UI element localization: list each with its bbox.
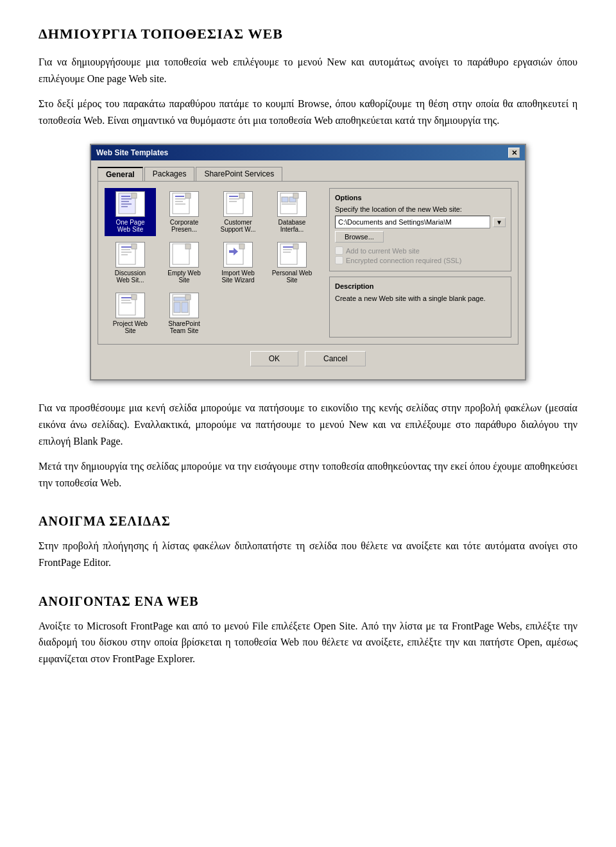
- browse-row: Browse...: [335, 231, 506, 243]
- svg-rect-9: [175, 198, 185, 200]
- tab-packages[interactable]: Packages: [144, 167, 195, 181]
- template-label-customer-support: CustomerSupport W...: [220, 219, 255, 233]
- browse-button[interactable]: Browse...: [335, 231, 384, 243]
- svg-rect-35: [283, 246, 293, 248]
- options-sublabel: Specify the location of the new Web site…: [335, 205, 506, 213]
- template-corporate[interactable]: CorporatePresen...: [158, 188, 210, 236]
- description-text: Create a new Web site with a single blan…: [335, 294, 506, 304]
- template-discussion[interactable]: DiscussionWeb Sit...: [105, 239, 156, 287]
- empty-svg: [170, 243, 198, 267]
- template-icon-empty: [169, 242, 199, 268]
- template-label-discussion: DiscussionWeb Sit...: [115, 270, 146, 284]
- template-import[interactable]: Import WebSite Wizard: [212, 239, 264, 287]
- add-to-site-row: Add to current Web site: [335, 246, 506, 255]
- svg-rect-19: [282, 197, 288, 202]
- template-personal[interactable]: Personal WebSite: [266, 239, 318, 287]
- svg-rect-33: [239, 244, 244, 249]
- svg-rect-40: [121, 297, 132, 298]
- template-icon-database: [277, 191, 307, 217]
- add-to-site-label: Add to current Web site: [346, 247, 420, 255]
- body-para4: Μετά την δημιουργία της σελίδας μπορούμε…: [38, 458, 578, 491]
- svg-rect-27: [121, 254, 128, 255]
- svg-rect-12: [185, 193, 191, 198]
- template-label-one-page: One PageWeb Site: [116, 219, 144, 233]
- description-label: Description: [335, 282, 506, 290]
- svg-rect-16: [229, 201, 237, 202]
- body-para5: Στην προβολή πλοήγησης ή λίστας φακέλων …: [38, 538, 578, 570]
- template-empty[interactable]: Empty WebSite: [158, 239, 210, 287]
- location-row: ▼: [335, 216, 506, 228]
- template-label-database: DatabaseInterfa...: [278, 219, 306, 233]
- template-label-personal: Personal WebSite: [272, 270, 312, 284]
- template-project[interactable]: Project WebSite: [105, 289, 156, 338]
- intro-para1: Για να δημιουργήσουμε μια τοποθεσία web …: [38, 54, 578, 87]
- svg-rect-43: [132, 295, 137, 300]
- template-label-corporate: CorporatePresen...: [170, 219, 198, 233]
- options-label: Options: [335, 194, 506, 201]
- template-label-empty: Empty WebSite: [167, 270, 201, 284]
- template-icon-sharepoint: [169, 293, 199, 318]
- template-label-sharepoint: SharePointTeam Site: [168, 320, 200, 334]
- options-panel: Options Specify the location of the new …: [329, 188, 511, 338]
- svg-rect-22: [293, 193, 298, 198]
- template-icon-project: [116, 293, 145, 318]
- corporate-svg: [170, 192, 198, 216]
- section-title-open-web: ΑΝΟΙΓΟΝΤΑΣ ΕΝΑ WEB: [38, 594, 578, 609]
- section-title-open-page: ΑΝΟΙΓΜΑ ΣΕΛΙΔΑΣ: [38, 514, 578, 529]
- dialog-titlebar: Web Site Templates ✕: [91, 145, 525, 160]
- template-label-project: Project WebSite: [113, 320, 148, 334]
- dialog-close-button[interactable]: ✕: [508, 148, 520, 158]
- svg-rect-3: [121, 201, 129, 202]
- template-customer-support[interactable]: CustomerSupport W...: [212, 188, 264, 236]
- project-svg: [116, 293, 144, 318]
- svg-rect-25: [121, 249, 130, 250]
- svg-rect-26: [121, 252, 132, 253]
- svg-rect-11: [175, 203, 185, 205]
- location-input[interactable]: [335, 216, 490, 228]
- svg-rect-6: [132, 193, 137, 198]
- svg-rect-36: [283, 249, 292, 250]
- cancel-button[interactable]: Cancel: [305, 351, 366, 366]
- svg-rect-8: [175, 196, 184, 197]
- svg-rect-14: [229, 196, 238, 197]
- template-one-page[interactable]: One PageWeb Site: [105, 188, 156, 236]
- template-icon-corporate: [169, 191, 199, 217]
- body-para3: Για να προσθέσουμε μια κενή σελίδα μπορο…: [38, 400, 578, 449]
- svg-rect-38: [293, 244, 298, 249]
- dialog-wrapper: Web Site Templates ✕ General Packages Sh…: [38, 144, 578, 381]
- location-dropdown[interactable]: ▼: [493, 218, 506, 227]
- svg-rect-1: [121, 196, 130, 197]
- template-sharepoint[interactable]: SharePointTeam Site: [158, 289, 210, 338]
- svg-rect-4: [121, 203, 132, 205]
- svg-rect-47: [182, 302, 188, 312]
- discussion-svg: [116, 243, 144, 267]
- template-database[interactable]: DatabaseInterfa...: [266, 188, 318, 236]
- tab-general[interactable]: General: [98, 167, 143, 181]
- svg-rect-37: [283, 252, 291, 253]
- template-label-import: Import WebSite Wizard: [221, 270, 255, 284]
- description-group: Description Create a new Web site with a…: [329, 277, 511, 338]
- ssl-checkbox[interactable]: [335, 256, 343, 264]
- svg-rect-48: [185, 295, 191, 300]
- add-to-site-checkbox[interactable]: [335, 246, 343, 255]
- svg-rect-5: [121, 206, 128, 207]
- svg-rect-17: [239, 193, 244, 198]
- web-site-templates-dialog: Web Site Templates ✕ General Packages Sh…: [90, 144, 526, 381]
- page-main-title: ΔΗΜΙΟΥΡΓΙΑ ΤΟΠΟΘΕΣΙΑΣ WEB: [38, 26, 578, 42]
- dialog-title: Web Site Templates: [96, 148, 168, 157]
- import-svg: [224, 243, 252, 267]
- svg-rect-10: [175, 201, 183, 202]
- template-icon-personal: [277, 242, 307, 268]
- ssl-row: Encrypted connection required (SSL): [335, 256, 506, 264]
- dialog-body: General Packages SharePoint Services: [91, 160, 525, 379]
- sharepoint-svg: [170, 293, 198, 318]
- customer-support-svg: [224, 192, 252, 216]
- ok-button[interactable]: OK: [250, 351, 298, 366]
- ssl-label: Encrypted connection required (SSL): [346, 257, 461, 264]
- svg-rect-42: [121, 302, 132, 304]
- body-para6: Ανοίξτε το Microsoft FrontPage και από τ…: [38, 618, 578, 667]
- template-icon-import: [223, 242, 253, 268]
- dialog-footer: OK Cancel: [98, 345, 518, 373]
- tab-sharepoint-services[interactable]: SharePoint Services: [196, 167, 282, 181]
- svg-rect-15: [229, 198, 239, 200]
